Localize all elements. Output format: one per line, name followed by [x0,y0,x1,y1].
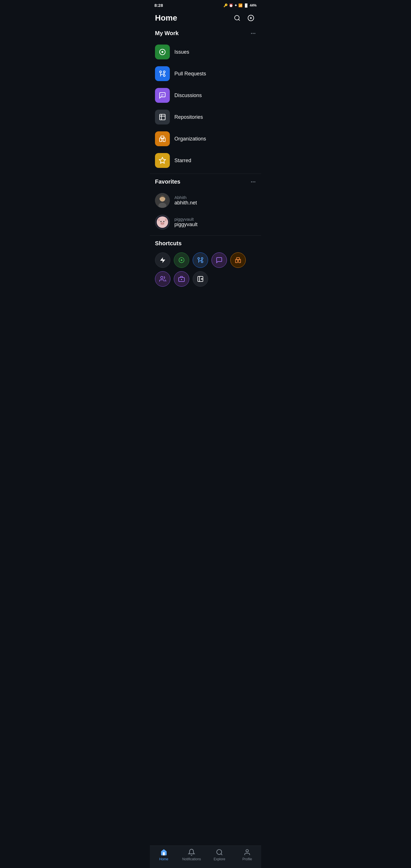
discussions-icon [159,92,166,99]
svg-line-1 [239,20,240,21]
status-bar: 8:28 🔑 ⏰ ✦ 📶 ▐▌ 44% [150,0,261,9]
issues-item[interactable]: Issues [155,41,256,63]
favorites-section: Favorites Abhith [150,176,261,233]
repositories-item[interactable]: Repositories [155,106,256,128]
profile-icon [244,848,251,856]
shortcut-pr-button[interactable] [193,252,208,268]
svg-point-37 [158,218,160,221]
starred-icon-bg [155,153,170,168]
shortcuts-icons-row [155,252,256,292]
favorite-piggyvault[interactable]: piggyvault piggyvault [155,211,256,233]
issues-label: Issues [175,49,189,55]
shortcuts-section: Shortcuts [150,238,261,292]
piggyvault-username: piggyvault [175,217,197,222]
shortcut-flash-button[interactable] [155,252,170,268]
add-button[interactable] [246,13,256,23]
shortcut-issues-icon [178,257,185,264]
organizations-item[interactable]: Organizations [155,128,256,150]
shortcut-org-button[interactable] [230,252,246,268]
nav-home-label: Home [159,857,168,861]
organizations-icon-bg [155,131,170,146]
discussions-label: Discussions [175,93,202,98]
discussions-item[interactable]: Discussions [155,85,256,106]
svg-marker-39 [160,257,165,263]
svg-marker-22 [159,157,165,163]
organizations-icon [159,135,166,143]
svg-point-32 [163,223,164,224]
abhith-username: Abhith [175,195,197,200]
svg-point-10 [160,71,162,73]
repositories-label: Repositories [175,114,203,120]
status-icons: 🔑 ⏰ ✦ 📶 ▐▌ 44% [223,3,257,7]
nav-home[interactable]: Home [150,848,178,861]
starred-item[interactable]: Starred [155,150,256,171]
search-button[interactable] [232,13,242,23]
piggyvault-info: piggyvault piggyvault [175,217,197,227]
pr-label: Pull Requests [175,71,206,77]
nav-profile-label: Profile [242,857,252,861]
nav-notifications[interactable]: Notifications [178,848,206,861]
svg-point-41 [181,259,182,261]
svg-point-0 [234,16,239,20]
svg-point-42 [198,257,199,259]
section-divider-1 [150,174,261,174]
header-actions [232,13,256,23]
abhith-info: Abhith abhith.net [175,195,197,206]
svg-point-44 [201,261,203,263]
repositories-icon [159,113,166,121]
nav-explore[interactable]: Explore [205,848,233,861]
issues-icon [159,48,166,56]
discussions-icon-bg [155,88,170,103]
svg-point-30 [160,222,164,225]
shortcut-discussions-icon [216,257,223,264]
shortcuts-title: Shortcuts [155,238,256,252]
favorites-more-icon [250,179,256,185]
my-work-section: My Work Issues [150,28,261,171]
pr-icon [159,70,166,78]
home-icon [160,848,167,856]
shortcut-addrepo-button[interactable] [193,271,208,287]
my-work-header: My Work [155,28,256,41]
svg-point-11 [163,74,165,76]
favorites-more-button[interactable] [250,179,256,185]
shortcut-discussions-button[interactable] [212,252,227,268]
pull-requests-item[interactable]: Pull Requests [155,63,256,85]
shortcut-portfolio-button[interactable] [174,271,189,287]
svg-point-25 [254,181,255,182]
search-icon [234,14,241,22]
pr-icon-bg [155,66,170,81]
svg-point-6 [253,33,253,34]
shortcut-org-icon [234,257,242,264]
svg-point-34 [163,221,164,222]
nav-explore-label: Explore [214,857,225,861]
favorite-abhith[interactable]: Abhith abhith.net [155,190,256,211]
header: Home [150,9,261,28]
my-work-more-button[interactable] [250,31,256,36]
alarm-icon: ⏰ [229,3,233,7]
svg-rect-14 [160,114,165,120]
svg-point-7 [254,33,255,34]
svg-point-59 [246,849,249,852]
shortcut-issues-button[interactable] [174,252,189,268]
nav-notifications-label: Notifications [182,857,201,861]
explore-icon [216,848,223,856]
svg-point-43 [201,257,203,259]
shortcut-people-button[interactable] [155,271,170,287]
main-content: Home My Work [150,9,261,321]
notifications-icon [188,848,195,856]
svg-point-24 [253,181,253,182]
bluetooth-icon: ✦ [234,3,237,7]
signal-icon: ▐▌ [244,3,249,7]
nav-profile[interactable]: Profile [233,848,261,861]
svg-point-57 [217,849,221,854]
piggyvault-repo: piggyvault [175,222,197,227]
bottom-nav: Home Notifications Explore Profile [150,845,261,868]
abhith-avatar [155,193,170,208]
svg-point-23 [251,181,252,182]
more-icon [250,31,256,36]
battery-text: 44% [250,3,257,7]
piggyvault-avatar [155,215,170,229]
shortcut-portfolio-icon [178,276,185,282]
organizations-label: Organizations [175,136,206,142]
abhith-avatar-img [155,193,170,208]
